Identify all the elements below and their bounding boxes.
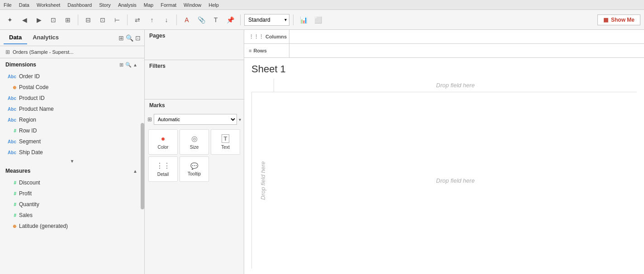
field-type-icon: #: [5, 202, 16, 207]
new-dashboard-button[interactable]: ⊡: [96, 14, 109, 26]
scrollbar[interactable]: [141, 58, 144, 274]
menu-story[interactable]: Story: [99, 2, 111, 8]
drop-zone-top[interactable]: Drop field here: [274, 79, 637, 92]
field-type-icon: Abc: [5, 139, 16, 144]
field-product-id[interactable]: Abc Product ID: [0, 93, 144, 104]
field-quantity[interactable]: # Quantity: [0, 199, 144, 210]
new-worksheet-button[interactable]: ⊟: [82, 14, 95, 26]
separator-5: [293, 14, 294, 25]
field-discount[interactable]: # Discount: [0, 177, 144, 188]
marks-size-button[interactable]: ◎ Size: [180, 129, 209, 155]
drop-zone-left-text: Drop field here: [260, 161, 266, 199]
new-story-button[interactable]: ⊢: [111, 14, 123, 26]
field-ship-date[interactable]: Abc Ship Date: [0, 147, 144, 158]
dimensions-collapse-btn[interactable]: ▲: [132, 61, 139, 68]
marks-color-button[interactable]: ● Color: [148, 129, 178, 155]
dimensions-title: Dimensions: [5, 61, 119, 68]
pin-button[interactable]: 📌: [224, 14, 237, 26]
field-label: Latitude (generated): [19, 223, 68, 229]
menu-map[interactable]: Map: [144, 2, 153, 8]
chart-type-button[interactable]: 📊: [297, 14, 310, 26]
field-label: Postal Code: [19, 84, 48, 90]
marks-detail-button[interactable]: ⋮⋮ Detail: [148, 156, 178, 182]
search-icon[interactable]: 🔍: [126, 34, 133, 42]
sort-asc-button[interactable]: ↑: [146, 14, 158, 26]
data-source-name[interactable]: Orders (Sample - Superst...: [13, 49, 74, 55]
menu-analysis[interactable]: Analysis: [118, 2, 137, 8]
field-profit[interactable]: # Profit: [0, 188, 144, 199]
search-dimensions-icon[interactable]: 🔍: [125, 62, 132, 68]
field-label: Order ID: [19, 73, 40, 80]
field-label: Sales: [19, 212, 33, 218]
measures-collapse-btn[interactable]: ▲: [132, 167, 139, 175]
drop-zone-left[interactable]: Drop field here: [251, 92, 274, 269]
new-datasource-button[interactable]: ⊞: [62, 14, 74, 26]
toolbar: ✦ ◀ ▶ ⊡ ⊞ ⊟ ⊡ ⊢ ⇄ ↑ ↓ A 📎 T 📌 Standard 📊…: [0, 10, 644, 30]
back-button[interactable]: ◀: [18, 14, 31, 26]
field-sales[interactable]: # Sales: [0, 210, 144, 221]
expand-icon[interactable]: ⊡: [135, 34, 141, 42]
show-me-button[interactable]: ▦ Show Me: [597, 14, 640, 25]
field-type-icon: #: [5, 180, 16, 185]
left-controls: Pages Filters Marks ⊞ Automati: [145, 30, 244, 274]
view-size-select[interactable]: Standard: [244, 14, 289, 26]
field-label: Ship Date: [19, 149, 43, 156]
columns-content[interactable]: [289, 30, 644, 43]
field-product-name[interactable]: Abc Product Name: [0, 104, 144, 114]
label-button[interactable]: T: [209, 14, 222, 26]
canvas-view: ⋮⋮⋮ Columns ≡ Rows Sheet 1: [244, 30, 644, 274]
field-order-id[interactable]: Abc Order ID: [0, 71, 144, 82]
field-type-icon: Abc: [5, 118, 16, 123]
save-button[interactable]: ⊡: [47, 14, 60, 26]
show-me-label: Show Me: [611, 17, 635, 23]
canvas-area: Pages Filters Marks ⊞ Automati: [145, 30, 644, 274]
text-icon: T: [222, 134, 230, 143]
menu-data[interactable]: Data: [19, 2, 29, 8]
field-label: Discount: [19, 180, 40, 186]
view-size-selector[interactable]: Standard: [244, 14, 289, 26]
marks-tooltip-button[interactable]: 💬 Tooltip: [180, 156, 209, 182]
sort-desc-button[interactable]: ↓: [160, 14, 173, 26]
grid-icon[interactable]: ⊞: [118, 34, 124, 42]
forward-button[interactable]: ▶: [33, 14, 45, 26]
tooltip-button[interactable]: 📎: [195, 14, 208, 26]
marks-type-dropdown: ⊞ Automatic ▾: [145, 111, 244, 128]
field-label: Quantity: [19, 201, 39, 208]
field-segment[interactable]: Abc Segment: [0, 136, 144, 147]
menu-file[interactable]: File: [4, 2, 12, 8]
color-icon: ●: [161, 135, 166, 143]
field-latitude[interactable]: ⊕ Latitude (generated): [0, 221, 144, 231]
corner-cell: [251, 79, 274, 92]
tab-actions: ⊞ 🔍 ⊡: [118, 34, 141, 42]
field-type-icon: #: [5, 128, 16, 133]
database-icon: ⊞: [5, 49, 10, 55]
menu-help[interactable]: Help: [208, 2, 219, 8]
scroll-down-indicator[interactable]: ▼: [0, 158, 144, 165]
columns-lines-icon: ⋮⋮⋮: [249, 34, 264, 40]
fields-list: Dimensions ⊞ 🔍 ▲ Abc Order ID ⊕ Postal C…: [0, 58, 144, 274]
filters-section: Filters: [145, 60, 244, 99]
rows-content[interactable]: [289, 44, 644, 57]
separator-4: [240, 14, 241, 25]
menu-format[interactable]: Format: [161, 2, 176, 8]
scroll-thumb[interactable]: [141, 123, 144, 209]
highlight-button[interactable]: A: [180, 14, 193, 26]
tableau-icon[interactable]: ✦: [4, 14, 16, 26]
analytics-tab[interactable]: Analytics: [27, 31, 64, 44]
marks-text-button[interactable]: T Text: [211, 129, 240, 155]
field-row-id[interactable]: # Row ID: [0, 125, 144, 136]
field-region[interactable]: Abc Region: [0, 114, 144, 125]
data-tab[interactable]: Data: [4, 31, 27, 44]
right-panel: Pages Filters Marks ⊞ Automati: [145, 30, 644, 274]
drop-zone-main[interactable]: Drop field here: [274, 92, 637, 269]
menu-window[interactable]: Window: [184, 2, 201, 8]
columns-shelf: ⋮⋮⋮ Columns: [244, 30, 644, 44]
presentation-button[interactable]: ⬜: [312, 14, 324, 26]
field-type-icon: Abc: [5, 107, 16, 112]
menu-worksheet[interactable]: Worksheet: [37, 2, 60, 8]
grid-view-icon[interactable]: ⊞: [119, 62, 123, 68]
field-postal-code[interactable]: ⊕ Postal Code: [0, 82, 144, 93]
swap-button[interactable]: ⇄: [131, 14, 144, 26]
marks-type-select[interactable]: Automatic: [154, 114, 237, 125]
menu-dashboard[interactable]: Dashboard: [67, 2, 92, 8]
